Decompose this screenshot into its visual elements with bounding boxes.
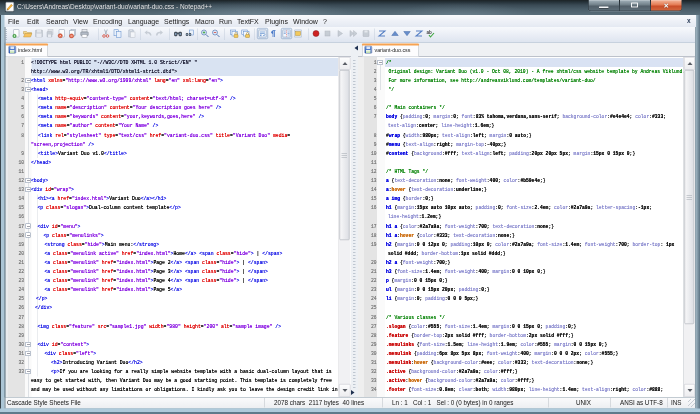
svg-text:ab: ab: [427, 30, 433, 35]
